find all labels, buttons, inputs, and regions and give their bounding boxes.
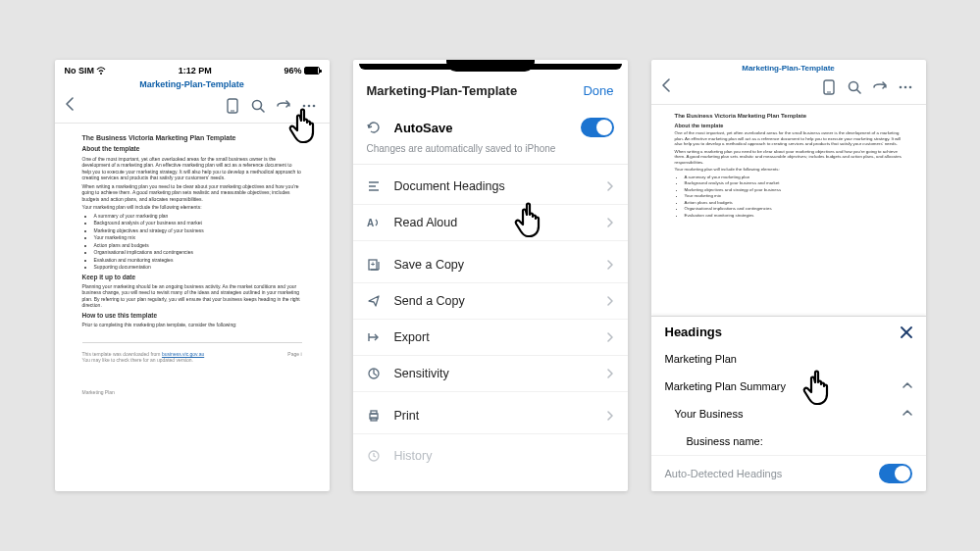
send-copy-icon: [367, 294, 387, 308]
chevron-right-icon: [606, 214, 614, 231]
done-button[interactable]: Done: [583, 83, 613, 98]
panel-document-view: No SIM 1:12 PM 96% Marketing-Plan-Templa…: [55, 60, 330, 491]
sensitivity-icon: [367, 367, 387, 380]
search-button[interactable]: [247, 95, 269, 117]
page-number: Page i: [287, 351, 301, 364]
chevron-right-icon: [606, 407, 614, 425]
menu-save-copy[interactable]: Save a Copy: [353, 247, 628, 283]
chevron-right-icon: [606, 328, 614, 346]
panel-more-menu: Marketing-Plan-Template Done AutoSave Ch…: [353, 60, 628, 491]
status-time: 1:12 PM: [179, 66, 212, 75]
chevron-right-icon: [606, 292, 614, 310]
top-toolbar: [55, 89, 330, 124]
mobile-view-button[interactable]: [222, 95, 243, 117]
document-body: The Business Victoria Marketing Plan Tem…: [651, 105, 926, 227]
sheet-title: Marketing-Plan-Template: [367, 83, 584, 98]
chevron-up-icon[interactable]: [903, 380, 912, 392]
doc-elements-list: A summary of your marketing plan Backgro…: [94, 213, 302, 271]
heading-item-marketing-plan-summary[interactable]: Marketing Plan Summary: [651, 373, 926, 400]
menu-document-headings[interactable]: Document Headings: [353, 169, 628, 205]
heading-item-your-business[interactable]: Your Business: [651, 400, 926, 427]
headings-panel: Headings Marketing Plan Marketing Plan S…: [651, 316, 926, 491]
document-headings-icon: [367, 179, 387, 193]
doc-disclaimer: This template was downloaded from busine…: [82, 342, 302, 372]
menu-print[interactable]: Print: [353, 398, 628, 434]
share-button[interactable]: [869, 76, 891, 98]
doc-footer: Marketing Plan: [82, 389, 302, 396]
back-button[interactable]: [661, 78, 675, 96]
doc-h1: The Business Victoria Marketing Plan Tem…: [82, 133, 302, 142]
print-icon: [367, 409, 387, 423]
sheet-header: Marketing-Plan-Template Done: [353, 68, 628, 110]
more-button[interactable]: [298, 95, 320, 117]
status-battery: 96%: [284, 66, 319, 75]
save-copy-icon: [367, 258, 387, 272]
doc-about-h: About the template: [82, 145, 302, 153]
menu-sensitivity[interactable]: Sensitivity: [353, 356, 628, 392]
wifi-icon: [96, 66, 106, 75]
menu-send-copy[interactable]: Send a Copy: [353, 283, 628, 320]
menu-read-aloud[interactable]: Read Aloud: [353, 205, 628, 241]
headings-title: Headings: [665, 325, 901, 339]
doc-h1: The Business Victoria Marketing Plan Tem…: [675, 113, 903, 121]
autosave-icon: [367, 121, 387, 134]
more-button[interactable]: [895, 76, 916, 98]
top-toolbar: [651, 73, 926, 105]
doc-source-link[interactable]: business.vic.gov.au: [162, 351, 204, 357]
autosave-row[interactable]: AutoSave: [353, 110, 628, 139]
back-button[interactable]: [65, 97, 78, 115]
chevron-right-icon: [606, 256, 614, 274]
export-icon: [367, 330, 387, 344]
status-nosim: No SIM: [65, 66, 107, 75]
doc-keep-p: Planning your marketing should be an ong…: [82, 283, 302, 309]
heading-item-marketing-plan[interactable]: Marketing Plan: [651, 345, 926, 373]
document-title: Marketing-Plan-Template: [55, 79, 330, 89]
chevron-up-icon[interactable]: [903, 408, 912, 420]
doc-elements-intro: Your marketing plan will include the fol…: [82, 204, 302, 211]
search-button[interactable]: [844, 76, 865, 98]
menu-history[interactable]: History: [353, 440, 628, 472]
document-title: Marketing-Plan-Template: [651, 60, 926, 73]
autosave-label: AutoSave: [394, 121, 581, 135]
autosave-toggle[interactable]: [581, 118, 614, 137]
history-icon: [367, 449, 387, 463]
share-button[interactable]: [273, 95, 294, 117]
status-bar: No SIM 1:12 PM 96%: [55, 60, 330, 77]
doc-howto-p: Prior to completing this marketing plan …: [82, 322, 302, 328]
document-body: The Business Victoria Marketing Plan Tem…: [55, 124, 330, 403]
auto-detected-toggle[interactable]: [879, 464, 912, 483]
auto-detected-row[interactable]: Auto-Detected Headings: [651, 455, 926, 491]
close-button[interactable]: [901, 326, 912, 338]
doc-about-p1: One of the most important, yet often ove…: [82, 156, 302, 181]
autosave-hint: Changes are automatically saved to iPhon…: [353, 139, 628, 165]
heading-item-business-name[interactable]: Business name:: [651, 427, 926, 455]
chevron-right-icon: [606, 177, 614, 195]
battery-icon: [304, 67, 320, 75]
panel-headings-view: Marketing-Plan-Template The Business Vic…: [651, 60, 926, 491]
doc-about-p2: When writing a marketing plan you need t…: [82, 183, 302, 203]
doc-keep-h: Keep it up to date: [82, 274, 302, 281]
mobile-view-button[interactable]: [818, 76, 840, 98]
chevron-right-icon: [606, 365, 614, 382]
doc-howto-h: How to use this template: [82, 312, 302, 320]
read-aloud-icon: [367, 216, 387, 229]
menu-export[interactable]: Export: [353, 320, 628, 356]
